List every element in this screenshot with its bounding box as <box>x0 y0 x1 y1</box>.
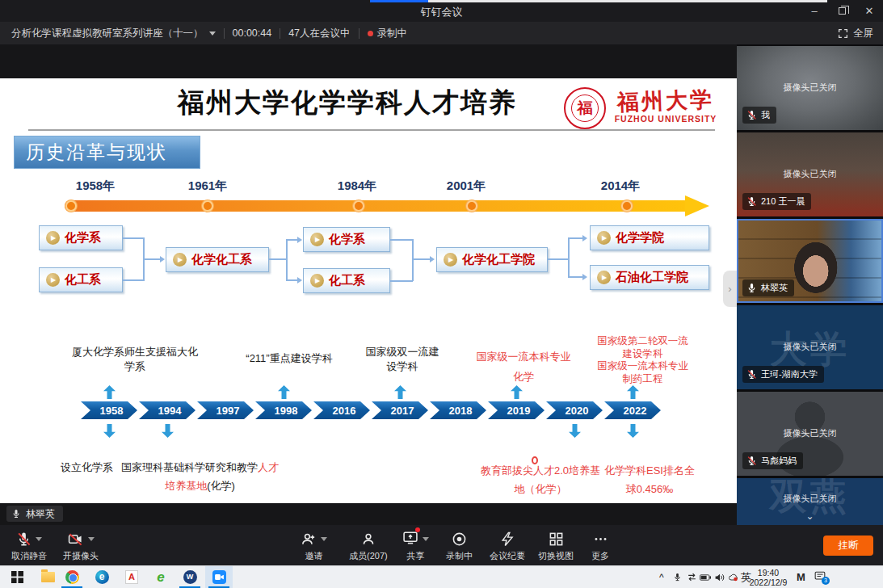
meeting-title[interactable]: 分析化学课程虚拟教研室系列讲座（十一） <box>11 27 204 40</box>
members-button[interactable]: 成员(207) <box>349 531 388 562</box>
participant-tile[interactable]: 摄像头已关闭 我 <box>737 46 883 130</box>
era-year: 2014年 <box>584 178 657 194</box>
tray-notification-icon[interactable]: 3 <box>814 566 826 588</box>
switch-view-button[interactable]: 切换视图 <box>538 531 574 562</box>
more-button[interactable]: 更多 <box>591 531 609 562</box>
meeting-main-area: 福州大学化学学科人才培养 福 福州大学 FUZHOU UNIVERSITY 历史… <box>0 44 883 525</box>
chevron-down-icon[interactable] <box>209 32 216 36</box>
fullscreen-button[interactable]: 全屏 <box>838 22 873 44</box>
share-screen-button[interactable]: 共享 <box>402 531 429 562</box>
chevron-down-icon[interactable] <box>423 537 429 541</box>
participant-tile-active-speaker[interactable]: 林翠英 <box>737 219 883 303</box>
presentation-slide: 福州大学化学学科人才培养 福 福州大学 FUZHOU UNIVERSITY 历史… <box>0 78 737 503</box>
acrobat-taskbar-icon[interactable]: A <box>118 566 145 588</box>
connector-line <box>286 279 297 281</box>
chevron-down-icon[interactable]: ⌄ <box>737 510 883 522</box>
unmute-button[interactable]: 取消静音 <box>11 531 47 562</box>
recording-dot-icon <box>368 31 373 36</box>
participant-tile[interactable]: 双燕 摄像头已关闭 ⌄ <box>737 478 883 525</box>
meeting-timer: 00:00:44 <box>233 27 272 39</box>
connector-line <box>412 239 414 281</box>
background-window-strip-blue <box>370 0 428 2</box>
tray-volume-icon[interactable] <box>714 566 725 588</box>
milestone-year: 1994 <box>139 401 196 419</box>
wps-taskbar-icon[interactable]: W <box>176 566 204 588</box>
tray-security-icon[interactable] <box>728 566 738 588</box>
hangup-button[interactable]: 挂断 <box>823 536 873 556</box>
org-box: ▶化学系 <box>303 227 390 252</box>
divider <box>359 28 360 39</box>
record-icon <box>452 531 467 547</box>
milestone-year: 2016 <box>313 401 370 419</box>
edge-icon: e <box>95 570 109 584</box>
up-arrow-icon <box>103 385 116 399</box>
shared-screen-stage: 福州大学化学学科人才培养 福 福州大学 FUZHOU UNIVERSITY 历史… <box>0 44 737 525</box>
participant-name: 马彪妈妈 <box>761 455 797 467</box>
milestone-note: 化学学科ESI排名全 球0.456‰ <box>602 461 697 498</box>
tray-expand-button[interactable]: ^ <box>659 566 664 588</box>
era-marker <box>65 200 77 212</box>
divider <box>280 28 280 39</box>
milestone-year: 2018 <box>430 401 486 419</box>
chevron-down-icon[interactable] <box>36 537 42 541</box>
start-button[interactable] <box>3 566 31 588</box>
org-box: ▶化工系 <box>39 267 123 292</box>
participant-name: 林翠英 <box>761 282 788 294</box>
connector-line <box>568 276 582 278</box>
w-icon: W <box>183 570 197 584</box>
camera-off-label: 摄像头已关闭 <box>737 427 883 439</box>
play-bullet-icon: ▶ <box>173 253 187 267</box>
org-box: ▶化学学院 <box>590 225 709 250</box>
mic-muted-icon <box>746 110 757 120</box>
connector-line <box>123 279 144 281</box>
minimize-button[interactable]: – <box>801 0 828 22</box>
invite-button[interactable]: 邀请 <box>301 531 327 562</box>
camera-off-label: 摄像头已关闭 <box>737 168 883 180</box>
mic-muted-icon <box>746 196 757 207</box>
tray-mic-icon[interactable] <box>673 566 682 588</box>
share-screen-icon <box>402 530 418 545</box>
org-box: ▶化学化工学院 <box>436 247 548 272</box>
laser-pointer-dot <box>532 456 538 464</box>
connector-line <box>286 239 288 280</box>
down-arrow-icon <box>103 424 116 438</box>
person-icon <box>360 531 376 547</box>
camera-on-button[interactable]: 开摄像头 <box>63 531 99 562</box>
recording-button[interactable]: 录制中 <box>446 531 473 562</box>
era-marker <box>466 200 477 212</box>
tray-clock[interactable]: 19:40 2022/12/9 <box>743 566 793 588</box>
participant-tile[interactable]: 大学 摄像头已关闭 王珂-湖南大学 <box>737 305 883 389</box>
camera-off-icon <box>67 531 84 547</box>
ie-taskbar-icon[interactable]: e <box>147 566 174 588</box>
dingtalk-taskbar-icon[interactable] <box>205 566 233 588</box>
connector-arrow <box>297 237 302 243</box>
window-title: 钉钉会议 <box>0 5 883 19</box>
chevron-down-icon[interactable] <box>321 537 327 541</box>
file-explorer-taskbar-icon[interactable] <box>34 566 61 588</box>
tray-ime-icon[interactable]: M <box>797 566 805 588</box>
meeting-minutes-button[interactable]: 会议纪要 <box>490 531 525 562</box>
milestone-year: 2020 <box>546 401 603 419</box>
participant-tile[interactable]: 摄像头已关闭 马彪妈妈 <box>737 392 883 476</box>
tray-network-icon[interactable] <box>687 566 697 588</box>
up-arrow-icon <box>627 385 639 399</box>
era-year: 1958年 <box>59 178 132 194</box>
participant-name-pill: 我 <box>742 107 776 124</box>
chrome-taskbar-icon[interactable] <box>58 566 86 588</box>
edge-taskbar-icon[interactable]: e <box>88 566 116 588</box>
notification-badge: 3 <box>822 577 830 585</box>
participant-name-pill: 马彪妈妈 <box>742 452 803 469</box>
org-box: ▶化工系 <box>303 268 390 293</box>
tray-battery-icon[interactable] <box>700 566 711 588</box>
milestone-note: “211”重点建设学科 <box>229 351 350 366</box>
down-arrow-icon <box>162 424 174 438</box>
era-timeline-arrowhead <box>685 195 709 216</box>
maximize-button[interactable] <box>828 0 856 22</box>
camera-off-label: 摄像头已关闭 <box>737 493 883 505</box>
pdf-icon: A <box>125 570 138 584</box>
close-button[interactable]: ✕ <box>856 0 883 22</box>
participant-tile[interactable]: 摄像头已关闭 210 王一晨 <box>737 132 883 216</box>
chevron-down-icon[interactable] <box>88 537 95 541</box>
sidebar-collapse-handle[interactable]: › <box>723 271 737 307</box>
mic-muted-icon <box>746 456 757 466</box>
